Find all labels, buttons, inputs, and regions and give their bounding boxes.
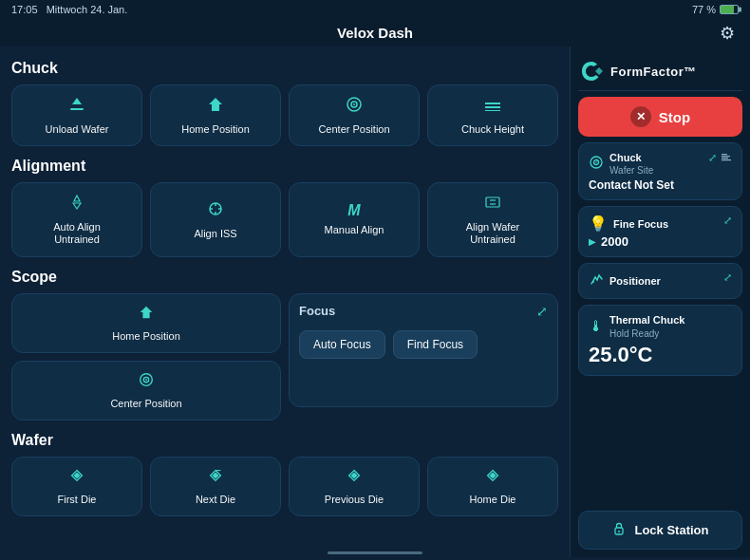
positioner-left: Positioner [589, 271, 661, 290]
thermal-text: Thermal Chuck Hold Ready [609, 313, 684, 339]
center-icon [345, 95, 364, 119]
alignment-section-title: Alignment [11, 158, 558, 175]
lock-station-button[interactable]: Lock Station [578, 511, 742, 550]
fine-focus-card[interactable]: 💡 Fine Focus ⤢ ▶ 2000 [578, 206, 742, 257]
fine-focus-value: 2000 [601, 234, 628, 249]
svg-rect-38 [722, 154, 727, 155]
svg-rect-6 [485, 103, 500, 104]
fine-focus-title: Fine Focus [613, 217, 668, 231]
focus-title: Focus [299, 304, 335, 318]
previous-die-button[interactable]: Previous Die [289, 457, 420, 516]
chuck-card-row: Chuck Wafer Site ⤢ [589, 151, 732, 177]
fine-focus-row: 💡 Fine Focus ⤢ [589, 215, 732, 233]
fine-focus-icon: 💡 [589, 215, 608, 233]
previous-die-icon [346, 467, 363, 489]
unload-wafer-icon [67, 95, 86, 119]
focus-card: Focus ⤢ Auto Focus Find Focus [289, 293, 558, 407]
manual-align-icon: M [347, 202, 360, 219]
center-position-button[interactable]: Center Position [289, 84, 420, 146]
chuck-card-left: Chuck Wafer Site [589, 151, 653, 177]
find-focus-button[interactable]: Find Focus [393, 330, 478, 359]
next-die-button[interactable]: Next Die [150, 457, 281, 516]
home-icon [206, 95, 225, 119]
scope-section-title: Scope [11, 269, 558, 286]
first-die-button[interactable]: First Die [11, 457, 142, 516]
stop-button[interactable]: ✕ Stop [578, 97, 742, 137]
chuck-height-icon [483, 95, 502, 119]
previous-die-label: Previous Die [325, 494, 384, 506]
chuck-home-label: Home Position [181, 123, 250, 136]
auto-focus-button[interactable]: Auto Focus [299, 330, 385, 359]
auto-align-label: Auto AlignUntrained [53, 221, 101, 246]
lock-icon [611, 521, 627, 539]
focus-buttons: Auto Focus Find Focus [299, 330, 548, 359]
svg-rect-35 [722, 159, 731, 160]
home-die-label: Home Die [470, 494, 516, 506]
positioner-title: Positioner [609, 274, 661, 288]
svg-point-5 [353, 103, 355, 105]
main-layout: Chuck Unload Wafer Home Position [0, 47, 750, 557]
align-iss-label: Align ISS [194, 228, 236, 240]
svg-marker-10 [73, 203, 81, 209]
wafer-buttons: First Die Next Die [11, 457, 558, 516]
svg-marker-1 [72, 98, 82, 104]
positioner-icon [589, 271, 604, 290]
align-wafer-button[interactable]: Align WaferUntrained [427, 182, 558, 256]
align-wafer-icon [483, 193, 502, 216]
auto-align-button[interactable]: Auto AlignUntrained [11, 182, 142, 256]
home-die-button[interactable]: Home Die [427, 457, 558, 516]
chuck-wafer-icon [589, 155, 604, 174]
svg-marker-19 [141, 306, 153, 318]
chuck-buttons: Unload Wafer Home Position [11, 84, 558, 146]
first-die-icon [68, 467, 85, 489]
thermal-icon: 🌡 [589, 318, 604, 335]
unload-wafer-button[interactable]: Unload Wafer [11, 84, 142, 146]
chuck-wafer-site-card[interactable]: Chuck Wafer Site ⤢ [578, 142, 742, 200]
svg-point-22 [145, 379, 147, 381]
left-panel: Chuck Unload Wafer Home Position [0, 47, 570, 557]
settings-button[interactable]: ⚙ [720, 23, 735, 44]
date: Mittwoch 24. Jan. [47, 4, 128, 15]
next-die-icon [207, 467, 224, 489]
battery-icon [720, 5, 739, 14]
scope-center-position-button[interactable]: Center Position [11, 361, 281, 420]
status-time-date: 17:05 Mittwoch 24. Jan. [11, 4, 127, 15]
fine-focus-text: Fine Focus [613, 217, 668, 231]
time: 17:05 [11, 4, 38, 15]
svg-rect-16 [486, 197, 499, 207]
chuck-expand-icon[interactable]: ⤢ [708, 152, 717, 164]
positioner-card[interactable]: Positioner ⤢ [578, 263, 742, 299]
svg-rect-7 [485, 106, 500, 108]
thermal-subtitle: Hold Ready [609, 327, 684, 340]
fine-focus-left: 💡 Fine Focus [589, 215, 668, 233]
next-die-label: Next Die [196, 494, 235, 506]
chuck-edit-icon[interactable] [721, 151, 732, 164]
manual-align-button[interactable]: M Manual Align [289, 182, 420, 256]
chuck-height-button[interactable]: Chuck Height [427, 84, 558, 146]
scope-row: Home Position Center Position Focus [11, 293, 558, 420]
scope-home-position-button[interactable]: Home Position [11, 293, 281, 353]
chuck-home-position-button[interactable]: Home Position [150, 84, 281, 146]
formfactor-logo-icon [578, 58, 605, 84]
center-position-label: Center Position [318, 123, 389, 136]
alignment-buttons: Auto AlignUntrained Align ISS M Manual A… [11, 182, 558, 256]
svg-rect-37 [722, 156, 730, 157]
positioner-row: Positioner ⤢ [589, 271, 732, 290]
chuck-card-subtitle: Wafer Site [609, 164, 653, 177]
align-iss-button[interactable]: Align ISS [150, 182, 281, 256]
lock-station-label: Lock Station [634, 523, 708, 537]
home-indicator [328, 551, 422, 554]
focus-expand-icon[interactable]: ⤢ [536, 304, 548, 319]
fine-focus-expand-icon[interactable]: ⤢ [723, 215, 732, 227]
focus-card-header: Focus ⤢ [299, 304, 548, 319]
scope-home-label: Home Position [112, 330, 180, 343]
thermal-left: 🌡 Thermal Chuck Hold Ready [589, 313, 684, 339]
thermal-chuck-card[interactable]: 🌡 Thermal Chuck Hold Ready 25.0°C [578, 305, 742, 375]
scope-center-label: Center Position [110, 398, 181, 410]
fine-focus-value-row: ▶ 2000 [589, 234, 732, 249]
contact-not-set-label: Contact Not Set [589, 178, 732, 192]
positioner-expand-icon[interactable]: ⤢ [723, 271, 732, 284]
svg-point-41 [618, 531, 620, 532]
scope-center-icon [138, 371, 155, 393]
logo-text: FormFactor™ [610, 65, 697, 79]
